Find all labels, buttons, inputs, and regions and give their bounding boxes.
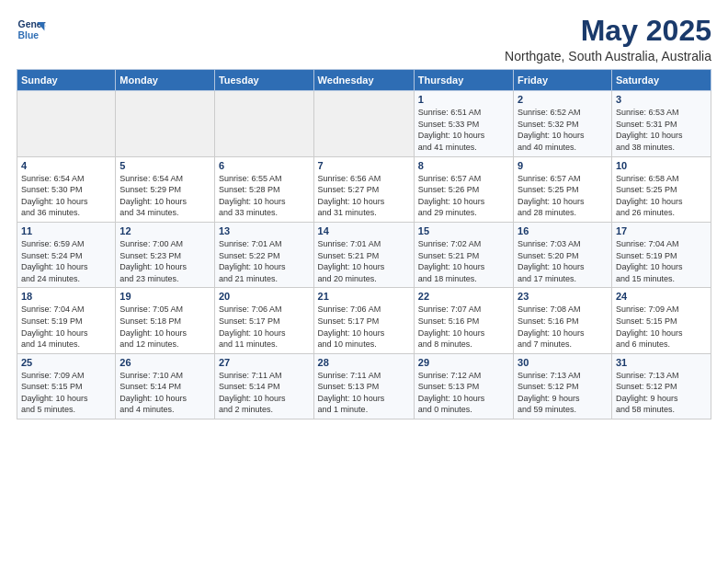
table-row: 26Sunrise: 7:10 AM Sunset: 5:14 PM Dayli… [116,353,215,419]
col-sunday: Sunday [17,70,116,91]
table-row: 29Sunrise: 7:12 AM Sunset: 5:13 PM Dayli… [414,353,513,419]
table-row [313,91,414,156]
day-number: 19 [119,291,210,302]
table-row: 24Sunrise: 7:09 AM Sunset: 5:15 PM Dayli… [611,288,711,353]
day-number: 25 [21,357,111,368]
day-number: 6 [219,160,310,171]
table-row: 30Sunrise: 7:13 AM Sunset: 5:12 PM Dayli… [514,353,612,419]
table-row: 3Sunrise: 6:53 AM Sunset: 5:31 PM Daylig… [611,91,711,156]
table-row: 1Sunrise: 6:51 AM Sunset: 5:33 PM Daylig… [414,91,513,156]
day-number: 1 [418,94,509,105]
day-number: 13 [219,225,310,236]
logo: General Blue [17,15,46,44]
day-number: 7 [318,160,410,171]
calendar-header: Sunday Monday Tuesday Wednesday Thursday… [17,70,711,91]
calendar-body: 1Sunrise: 6:51 AM Sunset: 5:33 PM Daylig… [17,91,711,419]
calendar-week-3: 11Sunrise: 6:59 AM Sunset: 5:24 PM Dayli… [17,222,711,287]
day-info: Sunrise: 7:04 AM Sunset: 5:19 PM Dayligh… [616,238,707,284]
day-info: Sunrise: 6:51 AM Sunset: 5:33 PM Dayligh… [418,107,509,153]
table-row [17,91,116,156]
title-block: May 2025 Northgate, South Australia, Aus… [505,15,711,63]
day-info: Sunrise: 7:04 AM Sunset: 5:19 PM Dayligh… [21,304,111,350]
day-number: 14 [318,225,410,236]
day-number: 20 [219,291,310,302]
day-info: Sunrise: 7:10 AM Sunset: 5:14 PM Dayligh… [119,370,210,416]
header: General Blue May 2025 Northgate, South A… [17,15,711,63]
svg-text:Blue: Blue [18,30,40,40]
calendar-table: Sunday Monday Tuesday Wednesday Thursday… [17,69,711,419]
day-info: Sunrise: 7:05 AM Sunset: 5:18 PM Dayligh… [119,304,210,350]
day-number: 15 [418,225,509,236]
day-number: 22 [418,291,509,302]
table-row: 18Sunrise: 7:04 AM Sunset: 5:19 PM Dayli… [17,288,116,353]
day-info: Sunrise: 7:03 AM Sunset: 5:20 PM Dayligh… [518,238,608,284]
table-row: 19Sunrise: 7:05 AM Sunset: 5:18 PM Dayli… [116,288,215,353]
table-row: 8Sunrise: 6:57 AM Sunset: 5:26 PM Daylig… [414,156,513,222]
day-number: 31 [616,357,707,368]
col-thursday: Thursday [414,70,513,91]
day-info: Sunrise: 7:09 AM Sunset: 5:15 PM Dayligh… [616,304,707,350]
logo-icon: General Blue [17,15,46,44]
day-info: Sunrise: 7:07 AM Sunset: 5:16 PM Dayligh… [418,304,509,350]
table-row: 5Sunrise: 6:54 AM Sunset: 5:29 PM Daylig… [116,156,215,222]
day-number: 10 [616,160,707,171]
col-monday: Monday [116,70,215,91]
day-number: 17 [616,225,707,236]
col-wednesday: Wednesday [313,70,414,91]
calendar-week-2: 4Sunrise: 6:54 AM Sunset: 5:30 PM Daylig… [17,156,711,222]
day-info: Sunrise: 7:13 AM Sunset: 5:12 PM Dayligh… [518,370,608,416]
table-row: 27Sunrise: 7:11 AM Sunset: 5:14 PM Dayli… [214,353,313,419]
day-info: Sunrise: 7:06 AM Sunset: 5:17 PM Dayligh… [318,304,410,350]
day-number: 4 [21,160,111,171]
day-info: Sunrise: 7:08 AM Sunset: 5:16 PM Dayligh… [518,304,608,350]
day-number: 27 [219,357,310,368]
table-row: 4Sunrise: 6:54 AM Sunset: 5:30 PM Daylig… [17,156,116,222]
table-row: 11Sunrise: 6:59 AM Sunset: 5:24 PM Dayli… [17,222,116,287]
day-info: Sunrise: 7:12 AM Sunset: 5:13 PM Dayligh… [418,370,509,416]
day-number: 28 [318,357,410,368]
table-row: 12Sunrise: 7:00 AM Sunset: 5:23 PM Dayli… [116,222,215,287]
table-row: 14Sunrise: 7:01 AM Sunset: 5:21 PM Dayli… [313,222,414,287]
day-number: 29 [418,357,509,368]
day-number: 26 [119,357,210,368]
day-info: Sunrise: 7:11 AM Sunset: 5:14 PM Dayligh… [219,370,310,416]
day-info: Sunrise: 6:59 AM Sunset: 5:24 PM Dayligh… [21,238,111,284]
day-number: 5 [119,160,210,171]
day-number: 18 [21,291,111,302]
table-row: 23Sunrise: 7:08 AM Sunset: 5:16 PM Dayli… [514,288,612,353]
day-info: Sunrise: 7:13 AM Sunset: 5:12 PM Dayligh… [616,370,707,416]
table-row: 15Sunrise: 7:02 AM Sunset: 5:21 PM Dayli… [414,222,513,287]
day-number: 24 [616,291,707,302]
table-row: 22Sunrise: 7:07 AM Sunset: 5:16 PM Dayli… [414,288,513,353]
col-saturday: Saturday [611,70,711,91]
day-info: Sunrise: 7:01 AM Sunset: 5:21 PM Dayligh… [318,238,410,284]
table-row: 10Sunrise: 6:58 AM Sunset: 5:25 PM Dayli… [611,156,711,222]
table-row: 7Sunrise: 6:56 AM Sunset: 5:27 PM Daylig… [313,156,414,222]
table-row: 2Sunrise: 6:52 AM Sunset: 5:32 PM Daylig… [514,91,612,156]
day-number: 9 [518,160,608,171]
table-row: 25Sunrise: 7:09 AM Sunset: 5:15 PM Dayli… [17,353,116,419]
day-info: Sunrise: 6:54 AM Sunset: 5:29 PM Dayligh… [119,173,210,219]
day-number: 30 [518,357,608,368]
day-info: Sunrise: 6:57 AM Sunset: 5:26 PM Dayligh… [418,173,509,219]
day-info: Sunrise: 6:53 AM Sunset: 5:31 PM Dayligh… [616,107,707,153]
calendar-week-4: 18Sunrise: 7:04 AM Sunset: 5:19 PM Dayli… [17,288,711,353]
day-info: Sunrise: 7:00 AM Sunset: 5:23 PM Dayligh… [119,238,210,284]
table-row: 6Sunrise: 6:55 AM Sunset: 5:28 PM Daylig… [214,156,313,222]
main-title: May 2025 [505,15,711,47]
table-row: 20Sunrise: 7:06 AM Sunset: 5:17 PM Dayli… [214,288,313,353]
page: General Blue May 2025 Northgate, South A… [0,0,728,563]
day-number: 3 [616,94,707,105]
day-info: Sunrise: 7:09 AM Sunset: 5:15 PM Dayligh… [21,370,111,416]
col-tuesday: Tuesday [214,70,313,91]
day-number: 16 [518,225,608,236]
day-number: 8 [418,160,509,171]
day-number: 21 [318,291,410,302]
table-row: 28Sunrise: 7:11 AM Sunset: 5:13 PM Dayli… [313,353,414,419]
day-number: 2 [518,94,608,105]
subtitle: Northgate, South Australia, Australia [505,49,711,63]
table-row: 31Sunrise: 7:13 AM Sunset: 5:12 PM Dayli… [611,353,711,419]
header-row: Sunday Monday Tuesday Wednesday Thursday… [17,70,711,91]
table-row [116,91,215,156]
table-row: 16Sunrise: 7:03 AM Sunset: 5:20 PM Dayli… [514,222,612,287]
